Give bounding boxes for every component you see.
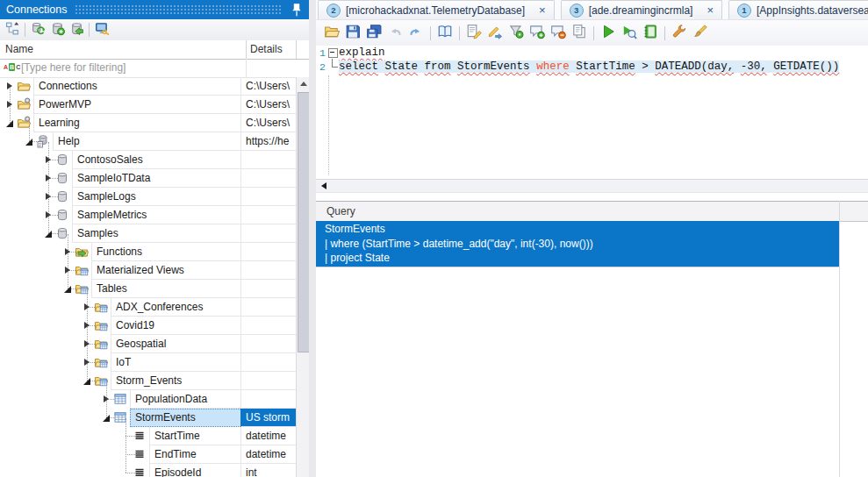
- save-all-button[interactable]: [363, 23, 384, 44]
- editor-line[interactable]: 1explain: [316, 46, 868, 60]
- run-query-button[interactable]: [598, 23, 619, 44]
- add-database-button[interactable]: [47, 21, 67, 39]
- editor-line[interactable]: 2select State from StormEvents where Sta…: [316, 60, 868, 74]
- query-tab-appinsights-dataverseai[interactable]: 1[AppInsights.dataverseai]×: [728, 0, 868, 19]
- column-header-name[interactable]: Name: [5, 43, 33, 55]
- tree-item-text: EndTime: [154, 448, 197, 460]
- book-button[interactable]: [434, 23, 456, 44]
- tree-vertical-scrollbar[interactable]: [296, 77, 310, 477]
- tree-item-samplemetrics[interactable]: SampleMetrics: [0, 206, 296, 224]
- tree-item-stormevents[interactable]: StormEventsUS storm: [0, 409, 296, 427]
- tree-filter-row[interactable]: ABC [Type here for filtering]: [0, 59, 296, 78]
- expand-arrow-icon[interactable]: [44, 156, 53, 165]
- tree-item-endtime[interactable]: EndTimedatetime: [0, 445, 296, 464]
- tree-item-samples[interactable]: Samples: [0, 224, 296, 243]
- scroll-up-arrow-icon[interactable]: [297, 77, 310, 90]
- collapse-tree-button[interactable]: [3, 21, 22, 39]
- collapse-arrow-icon[interactable]: [82, 377, 91, 386]
- expand-arrow-icon[interactable]: [82, 359, 91, 367]
- tree-item-label: Learning: [33, 114, 246, 132]
- tree-item-iot[interactable]: IoT: [0, 353, 296, 372]
- scrollbar-thumb[interactable]: [298, 92, 310, 352]
- refresh-database-button[interactable]: [28, 21, 47, 39]
- undo-icon: [387, 24, 403, 42]
- tree-item-storm-events[interactable]: Storm_Events: [0, 372, 296, 390]
- close-tab-icon[interactable]: ×: [707, 4, 714, 16]
- column-header-details[interactable]: Details: [250, 43, 283, 55]
- cleanup-button[interactable]: [690, 23, 711, 44]
- save-button[interactable]: [342, 23, 363, 44]
- pin-icon[interactable]: [290, 3, 304, 17]
- tree-item-geospatial[interactable]: Geospatial: [0, 335, 296, 353]
- panel-splitter[interactable]: [309, 0, 316, 477]
- filter-rows-button[interactable]: [506, 23, 527, 44]
- redo-button[interactable]: [405, 23, 427, 44]
- scroll-left-arrow-icon[interactable]: [321, 182, 326, 189]
- tree-item-materialized-views[interactable]: Materialized Views: [0, 261, 296, 280]
- edit-document-button[interactable]: [463, 23, 484, 44]
- query-tab-ade-dreamingincrmla[interactable]: 3[ade.dreamingincrmla]×: [561, 0, 722, 19]
- results-grid-header: Query: [316, 201, 868, 222]
- expand-arrow-icon[interactable]: [44, 211, 53, 220]
- tools-button[interactable]: [669, 23, 690, 44]
- tree-item-text: EpisodeId: [154, 466, 201, 477]
- collapse-arrow-icon[interactable]: [63, 285, 72, 294]
- expand-arrow-icon[interactable]: [5, 101, 14, 110]
- format-query-button[interactable]: [484, 23, 506, 44]
- tree-item-help[interactable]: Helphttps://he: [0, 132, 296, 151]
- tree-item-text: SampleIoTData: [77, 172, 150, 184]
- expand-arrow-icon[interactable]: [82, 303, 91, 312]
- connections-panel-titlebar: Connections: [0, 0, 309, 19]
- tree-item-powermvp[interactable]: PowerMVPC:\Users\: [0, 96, 296, 114]
- expand-arrow-icon[interactable]: [63, 267, 72, 275]
- tree-item-samplelogs[interactable]: SampleLogs: [0, 188, 296, 206]
- toolbar-separator: [25, 23, 25, 37]
- undo-button[interactable]: [384, 23, 405, 44]
- query-tab-microhackadxnat-telemetrydatabase[interactable]: 2[microhackadxnat.TelemetryDatabase]×: [318, 0, 555, 19]
- expand-arrow-icon[interactable]: [5, 82, 14, 91]
- tree-item-populationdata[interactable]: PopulationData: [0, 390, 296, 409]
- editor-horizontal-scrollbar[interactable]: [316, 179, 868, 193]
- tree-item-label: SampleMetrics: [72, 206, 246, 224]
- expand-arrow-icon[interactable]: [82, 340, 91, 349]
- tree-item-covid19[interactable]: Covid19: [0, 317, 296, 335]
- tree-item-learning[interactable]: LearningC:\Users\: [0, 114, 296, 132]
- expand-arrow-icon[interactable]: [102, 395, 111, 404]
- fold-collapse-icon[interactable]: [326, 46, 339, 60]
- add-comment-button[interactable]: [527, 23, 548, 44]
- results-column-header[interactable]: Query: [326, 205, 355, 217]
- code-token: explain: [339, 46, 385, 59]
- connection-settings-button[interactable]: [92, 21, 111, 39]
- preview-run-button[interactable]: [619, 23, 640, 44]
- tree-item-functions[interactable]: Functions: [0, 243, 296, 261]
- tree-item-tables[interactable]: Tables: [0, 280, 296, 298]
- collapse-arrow-icon[interactable]: [44, 230, 53, 238]
- close-tab-icon[interactable]: ×: [539, 4, 546, 16]
- collapse-arrow-icon[interactable]: [25, 138, 33, 146]
- expand-arrow-icon[interactable]: [44, 193, 53, 202]
- expand-arrow-icon[interactable]: [44, 174, 53, 183]
- tree-item-contososales[interactable]: ContosoSales: [0, 151, 296, 169]
- tree-item-connections[interactable]: ConnectionsC:\Users\: [0, 77, 296, 96]
- tree-item-sampleiotdata[interactable]: SampleIoTData: [0, 169, 296, 188]
- collapse-arrow-icon[interactable]: [5, 119, 14, 128]
- expand-arrow-icon[interactable]: [63, 248, 72, 257]
- folder-table-icon: [94, 355, 108, 369]
- tree-item-episodeid[interactable]: EpisodeIdint: [0, 464, 296, 477]
- remove-comment-button[interactable]: [548, 23, 569, 44]
- open-file-button[interactable]: [321, 23, 342, 44]
- import-connection-button[interactable]: [67, 21, 86, 39]
- tree-item-details-text: US storm: [246, 411, 290, 424]
- collapse-arrow-icon[interactable]: [102, 414, 111, 423]
- expand-arrow-icon[interactable]: [82, 322, 91, 331]
- copy-button[interactable]: [569, 23, 590, 44]
- tab-label: [microhackadxnat.TelemetryDatabase]: [346, 4, 525, 17]
- tree-item-details: C:\Users\: [240, 96, 296, 114]
- tree-item-details: C:\Users\: [240, 77, 296, 96]
- notebook-button[interactable]: [640, 23, 661, 44]
- tree-item-starttime[interactable]: StartTimedatetime: [0, 427, 296, 445]
- tree-item-adx-conferences[interactable]: ADX_Conferences: [0, 298, 296, 317]
- query-editor[interactable]: 1explain2select State from StormEvents w…: [316, 46, 868, 179]
- selected-query-cell[interactable]: StormEvents| where (StartTime > datetime…: [316, 221, 839, 267]
- fold-region-end-line[interactable]: [326, 60, 339, 74]
